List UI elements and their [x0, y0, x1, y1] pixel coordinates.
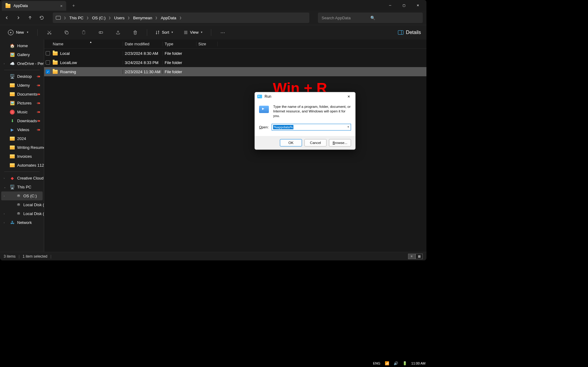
sidebar-item[interactable]: Writing Resume [1, 143, 43, 152]
search-input[interactable]: Search AppData 🔍 [318, 13, 423, 23]
tab-appdata[interactable]: AppData ✕ [2, 1, 66, 11]
thumbnails-view-toggle[interactable]: ▦ [415, 254, 423, 259]
breadcrumb-appdata[interactable]: AppData [161, 16, 176, 20]
breadcrumb-users[interactable]: Users [114, 16, 124, 20]
sidebar-item[interactable]: ›🖧Network [1, 218, 43, 227]
chevron-down-icon: ▼ [26, 31, 29, 34]
sidebar-item-label: Documents [17, 92, 37, 96]
rename-button[interactable] [95, 27, 106, 38]
cut-button[interactable] [44, 27, 55, 38]
run-browse-button[interactable]: Browse... [329, 139, 351, 146]
minimize-button[interactable]: ─ [383, 1, 397, 10]
chevron-right-icon: ❯ [179, 16, 182, 19]
sidebar-item[interactable]: 🖥️Desktop📌 [1, 72, 43, 81]
run-open-label: Open: [259, 125, 269, 129]
view-label: View [190, 30, 199, 35]
share-button[interactable] [113, 27, 124, 38]
details-pane-button[interactable]: Details [398, 30, 421, 35]
clock[interactable]: 11:00 AM [411, 361, 426, 365]
sidebar-item[interactable]: Automates 11206 [1, 161, 43, 170]
battery-icon[interactable]: 🔋 [403, 361, 407, 365]
sidebar-item[interactable]: ›⛃Local Disk (E:) [1, 209, 43, 218]
delete-button[interactable] [130, 27, 141, 38]
sidebar-item-label: Local Disk (D:) [23, 202, 44, 207]
date-column-header[interactable]: Date modified [123, 42, 162, 46]
folder-icon [10, 154, 15, 158]
address-bar[interactable]: ❯ This PC ❯ OS (C:) ❯ Users ❯ Benymean ❯… [53, 13, 309, 23]
breadcrumb-user[interactable]: Benymean [133, 16, 152, 20]
sidebar-item[interactable]: 🖼️Pictures📌 [1, 99, 43, 108]
view-button[interactable]: View ▼ [181, 29, 205, 36]
sort-button[interactable]: Sort ▼ [153, 29, 175, 36]
sidebar-item[interactable]: ⌄🖥️This PC [1, 183, 43, 191]
folder-icon [10, 137, 15, 141]
size-column-header[interactable]: Size [196, 42, 218, 46]
title-bar: AppData ✕ + ─ ▢ ✕ [0, 0, 426, 11]
run-cancel-button[interactable]: Cancel [304, 139, 326, 146]
copy-button[interactable] [61, 27, 72, 38]
network-icon: 🖧 [10, 220, 15, 225]
download-icon: ⬇ [10, 119, 15, 123]
sidebar-item[interactable]: ›⛃OS (C:) [1, 191, 43, 200]
file-row[interactable]: ✓ Roaming 2/23/2024 11:30 AM File folder [44, 67, 426, 76]
chevron-down-icon: ▼ [200, 31, 203, 34]
sidebar-item[interactable]: ›◆Creative Cloud Files [1, 174, 43, 183]
close-tab-icon[interactable]: ✕ [59, 3, 64, 8]
breadcrumb-this-pc[interactable]: This PC [69, 16, 83, 20]
chevron-right-icon: ❯ [86, 16, 89, 19]
desktop-icon: 🖥️ [10, 74, 15, 79]
sidebar-item[interactable]: Invoices [1, 152, 43, 161]
row-checkbox[interactable] [46, 60, 50, 65]
home-icon: 🏠 [10, 44, 15, 48]
forward-button[interactable] [15, 15, 21, 21]
sidebar-item[interactable]: ›☁️OneDrive - Personal [1, 59, 43, 68]
separator [4, 70, 40, 70]
row-checkbox[interactable]: ✓ [46, 70, 50, 74]
sidebar-item[interactable]: 2024 [1, 134, 43, 143]
sidebar-item-label: 2024 [17, 136, 26, 141]
run-open-input[interactable]: %appdata% ▼ [272, 124, 351, 131]
paste-button[interactable] [78, 27, 89, 38]
refresh-button[interactable] [39, 15, 45, 21]
run-button-row: OK Cancel Browse... [255, 136, 355, 149]
more-button[interactable]: ⋯ [217, 27, 228, 38]
chevron-icon: › [4, 195, 5, 198]
svg-rect-2 [66, 32, 68, 34]
run-ok-button[interactable]: OK [280, 139, 302, 146]
sidebar: 🏠Home🖼️Gallery›☁️OneDrive - Personal🖥️De… [0, 40, 44, 252]
sidebar-item-label: Desktop [17, 74, 32, 79]
sidebar-item[interactable]: Documents📌 [1, 90, 43, 99]
chevron-right-icon: ❯ [109, 16, 111, 19]
chevron-down-icon[interactable]: ▼ [347, 126, 349, 128]
sidebar-item[interactable]: ▶Videos📌 [1, 125, 43, 134]
file-row[interactable]: Local 2/23/2024 8:30 AM File folder [44, 49, 426, 58]
close-window-button[interactable]: ✕ [411, 1, 425, 10]
volume-icon[interactable]: 🔊 [394, 361, 398, 365]
svg-point-0 [48, 33, 49, 34]
videos-icon: ▶ [10, 127, 15, 132]
file-row[interactable]: LocalLow 3/24/2024 8:33 PM File folder [44, 58, 426, 67]
details-view-toggle[interactable]: ≡ [408, 254, 415, 259]
wifi-icon[interactable]: 📶 [385, 361, 389, 365]
sidebar-item[interactable]: ⛃Local Disk (D:) [1, 200, 43, 209]
type-column-header[interactable]: Type [162, 42, 196, 46]
new-button[interactable]: + New ▼ [6, 28, 31, 36]
language-indicator[interactable]: ENG [373, 361, 380, 365]
sidebar-item-label: Writing Resume [17, 145, 44, 150]
run-description: Type the name of a program, folder, docu… [273, 104, 351, 118]
new-tab-button[interactable]: + [72, 3, 75, 8]
sidebar-item[interactable]: Music📌 [1, 108, 43, 116]
back-button[interactable] [4, 15, 10, 21]
sidebar-item[interactable]: Udemy📌 [1, 81, 43, 90]
run-close-button[interactable]: ✕ [344, 93, 353, 100]
pictures-icon: 🖼️ [10, 101, 15, 106]
sort-indicator-icon: ▲ [90, 41, 92, 44]
sidebar-item[interactable]: 🏠Home [1, 41, 43, 50]
up-button[interactable] [27, 15, 33, 21]
breadcrumb-os-c[interactable]: OS (C:) [92, 16, 105, 20]
maximize-button[interactable]: ▢ [397, 1, 411, 10]
sidebar-item[interactable]: ⬇Downloads📌 [1, 116, 43, 125]
name-column-header[interactable]: Name▲ [52, 42, 123, 46]
sidebar-item[interactable]: 🖼️Gallery [1, 50, 43, 59]
row-checkbox[interactable] [46, 51, 50, 55]
